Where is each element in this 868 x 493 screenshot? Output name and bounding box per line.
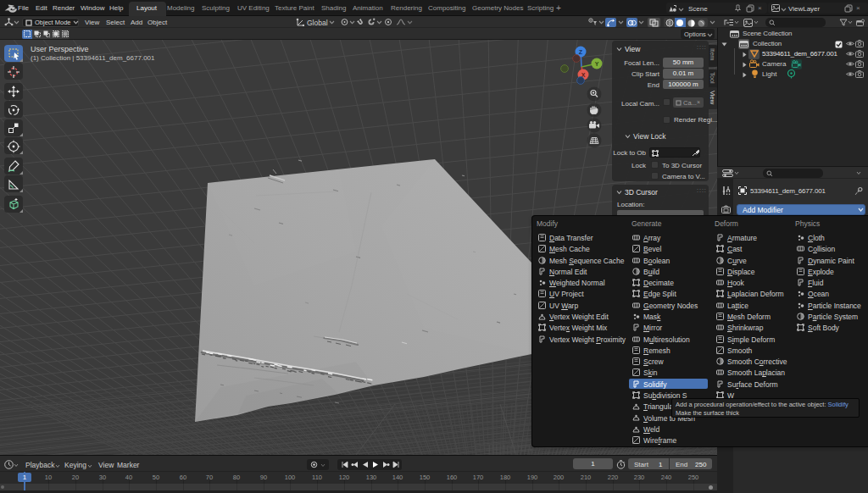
svg-text:Z: Z <box>579 49 583 55</box>
svg-text:Y: Y <box>595 61 599 67</box>
